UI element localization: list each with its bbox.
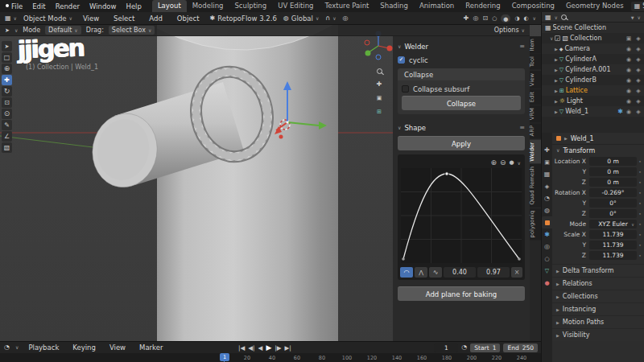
menu-playback[interactable]: Playback [24, 343, 63, 352]
zoom-in-icon[interactable] [490, 159, 497, 167]
outliner-row-cylindera[interactable]: CylinderA [542, 54, 644, 64]
tab-welder[interactable]: Welder [530, 140, 541, 164]
collapse-button[interactable]: Collapse [402, 96, 521, 110]
collapse-subpanel-header[interactable]: Collapse [398, 68, 525, 80]
curve-editor[interactable] [400, 168, 522, 263]
xray-toggle-icon[interactable] [482, 14, 488, 22]
decorator-icon[interactable]: • [637, 221, 643, 227]
rotation-mode-dropdown[interactable]: XYZ Euler [589, 220, 637, 228]
menu-window[interactable]: Window [85, 2, 121, 10]
tab-physics-props[interactable] [542, 253, 552, 265]
preview-range-icon[interactable] [461, 344, 467, 351]
tool-cursor[interactable] [2, 64, 12, 74]
tool-rotate[interactable] [2, 86, 12, 97]
outliner-row-cylinderb[interactable]: CylinderB [542, 75, 644, 85]
decorator-icon[interactable]: • [637, 190, 643, 195]
expand-caret-icon[interactable] [550, 35, 553, 42]
decorator-icon[interactable]: • [637, 179, 643, 185]
hide-eye-icon[interactable] [626, 77, 631, 84]
workspace-tab-layout[interactable]: Layout [152, 0, 187, 12]
location-z-field[interactable]: 0 m [589, 178, 637, 187]
tool-annotate[interactable] [2, 120, 12, 130]
chevron-down-icon[interactable] [518, 159, 521, 167]
expand-caret-icon[interactable] [555, 109, 558, 115]
tab-scene-props[interactable] [542, 192, 552, 204]
panel-menu-icon[interactable] [519, 43, 525, 50]
render-enable-icon[interactable] [636, 98, 640, 105]
camera-view-icon[interactable] [377, 94, 382, 101]
workspace-tab-shading[interactable]: Shading [374, 0, 414, 12]
menu-edit[interactable]: Edit [28, 2, 49, 10]
retopoflow-menu[interactable]: RetopoFlow 3.2.6 [209, 14, 276, 23]
render-enable-icon[interactable] [636, 67, 640, 73]
end-frame-field[interactable]: End 250 [503, 343, 538, 352]
expand-caret-icon[interactable] [555, 46, 558, 52]
tab-world-props[interactable] [542, 204, 552, 216]
menu-render[interactable]: Render [52, 2, 84, 10]
render-enable-icon[interactable] [636, 35, 640, 42]
tool-mode-dropdown[interactable]: Default [45, 26, 81, 35]
tool-move[interactable] [2, 75, 12, 85]
decorator-icon[interactable]: • [637, 158, 643, 164]
playhead[interactable]: 1 [220, 353, 229, 361]
options-button[interactable]: Options [494, 27, 519, 34]
outliner-row-collection[interactable]: Collection [542, 33, 644, 43]
decorator-icon[interactable]: • [637, 253, 643, 258]
render-enable-icon[interactable] [636, 77, 640, 84]
decorator-icon[interactable]: • [637, 200, 643, 206]
outliner-editor-icon[interactable] [545, 14, 551, 21]
shading-material-icon[interactable] [514, 14, 519, 22]
expand-caret-icon[interactable] [555, 98, 558, 105]
play-reverse-button[interactable]: ◀ [258, 344, 263, 352]
shading-solid-icon[interactable] [503, 15, 508, 23]
section-visibility[interactable]: Visibility [552, 328, 644, 341]
tool-add-cube[interactable] [2, 142, 12, 153]
hide-eye-icon[interactable] [626, 56, 631, 63]
next-keyframe-button[interactable]: |▶ [275, 344, 281, 352]
collapse-subsurf-checkbox[interactable] [402, 85, 409, 93]
overlays-toggle-icon[interactable] [473, 14, 478, 22]
scale-y-field[interactable]: 11.739 [589, 241, 637, 249]
proportional-edit-toggle[interactable] [343, 14, 349, 22]
shading-dropdown-icon[interactable] [533, 14, 536, 22]
timeline-ruler[interactable]: 0 20 40 60 80 100 120 140 160 180 200 22… [0, 353, 541, 362]
outliner-row-light[interactable]: Light [542, 96, 644, 106]
delete-point-button[interactable] [511, 267, 522, 278]
workspace-tab-sculpting[interactable]: Sculpting [229, 0, 272, 12]
tool-transform[interactable] [2, 109, 12, 119]
panel-menu-icon[interactable] [519, 124, 525, 131]
rotation-x-field[interactable]: -0.269° [589, 188, 637, 197]
transform-panel-header[interactable]: Transform [552, 145, 644, 156]
curve-point-selected[interactable] [445, 172, 448, 175]
hide-eye-icon[interactable] [626, 109, 631, 115]
viewport-3d[interactable]: Mode Default Drag: Select Box Options [0, 25, 541, 341]
curve-point[interactable] [402, 257, 405, 261]
pan-hand-icon[interactable] [377, 80, 382, 88]
shading-rendered-icon[interactable] [523, 14, 528, 22]
tab-data-props[interactable] [542, 265, 552, 277]
tab-modifier-props[interactable] [542, 228, 552, 241]
add-plane-button[interactable]: Add plane for baking [398, 286, 525, 301]
location-y-field[interactable]: 0 m [589, 167, 637, 176]
tool-measure[interactable] [2, 131, 12, 142]
decorator-icon[interactable]: • [637, 211, 643, 216]
workspace-tab-modeling[interactable]: Modeling [187, 0, 229, 12]
tab-tool[interactable]: Tool [530, 54, 541, 69]
workspace-tab-texture-paint[interactable]: Texture Paint [320, 0, 375, 12]
tool-select-box[interactable] [2, 52, 12, 63]
section-motion-paths[interactable]: Motion Paths [552, 315, 644, 328]
tab-particle-props[interactable] [542, 241, 552, 253]
workspace-tab-uv-editing[interactable]: UV Editing [272, 0, 319, 12]
render-enable-icon[interactable] [636, 46, 640, 52]
timeline-editor-icon[interactable] [4, 344, 10, 351]
scale-z-field[interactable]: 11.739 [589, 251, 637, 260]
workspace-tab-animation[interactable]: Animation [414, 0, 460, 12]
menu-view-timeline[interactable]: View [105, 343, 130, 352]
zoom-icon[interactable] [377, 68, 382, 74]
decorator-icon[interactable]: • [637, 232, 643, 237]
scale-x-field[interactable]: 11.739 [589, 230, 637, 239]
start-frame-field[interactable]: Start 1 [470, 343, 500, 352]
section-delta-transform[interactable]: Delta Transform [552, 264, 644, 277]
tab-tool-props[interactable] [542, 144, 552, 156]
snap-toggle[interactable] [325, 14, 336, 22]
